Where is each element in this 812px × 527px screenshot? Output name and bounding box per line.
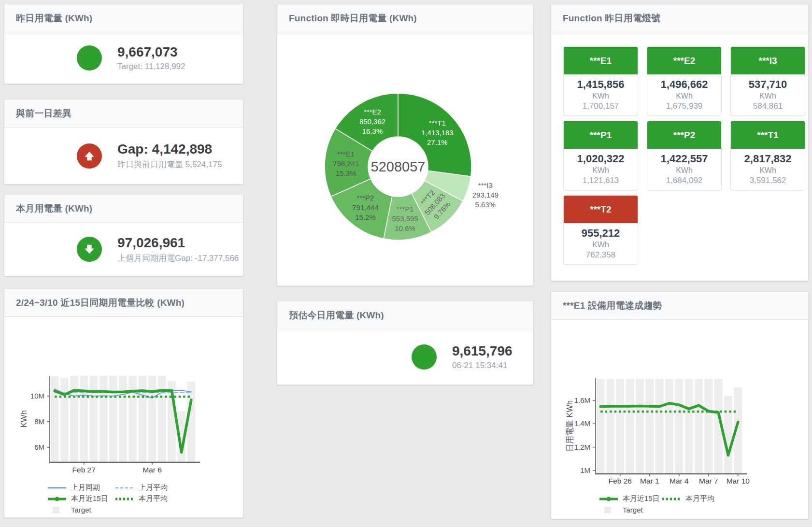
legend-item[interactable]: 本月平均 [114,494,182,503]
legend-marker-icon [661,495,682,502]
legend-label: 本月近15日 [623,494,660,503]
kpi-sub: Target: 11,128,992 [117,62,185,71]
svg-text:850,362: 850,362 [359,117,385,126]
card-month: 本月用電量 (KWh) 97,026,961 上個月同期用電Gap: -17,3… [4,194,243,276]
svg-text:***E1: ***E1 [337,150,355,158]
up-arrow-icon [77,143,102,169]
legend-marker-icon [47,495,67,502]
svg-text:***I3: ***I3 [478,181,493,189]
card-yesterday: 昨日用電量 (KWh) 9,667,073 Target: 11,128,992 [4,4,243,84]
trend-chart: 1M1.2M1.4M1.6M日用電量 KWhFeb 26Mar 1Mar 4Ma… [551,320,808,515]
card-title: 預估今日用電量 (KWh) [289,309,384,322]
svg-text:Mar 7: Mar 7 [699,477,718,485]
svg-text:1.6M: 1.6M [574,396,590,404]
kpi-value: 97,026,961 [117,235,239,251]
tile-unit: KWh [731,92,805,100]
card-title: Function 即時日用電量 (KWh) [289,12,417,25]
legend-item[interactable]: 上月同期 [47,483,114,492]
svg-text:1,413,183: 1,413,183 [421,128,454,137]
card-diff-header: 與前一日差異 [4,100,243,128]
legend-item[interactable]: Target [598,506,661,514]
compare-chart: 6M8M10MKWhFeb 27Mar 6上月同期上月平均本月近15日本月平均T… [4,317,243,515]
tile-unit: KWh [647,92,721,100]
tile-label: ***E1 [564,47,638,74]
legend-item[interactable]: Target [47,506,114,514]
tile-target: 1,121,613 [564,176,638,185]
kpi-sub: 06-21 15:34:41 [452,361,513,370]
svg-text:Feb 26: Feb 26 [609,477,632,485]
svg-text:Feb 27: Feb 27 [72,466,96,474]
light-tile: ***E11,415,856KWh1,700,157 [563,46,638,116]
svg-text:***P2: ***P2 [357,194,374,202]
card-trend: ***E1 設備用電達成趨勢 1M1.2M1.4M1.6M日用電量 KWhFeb… [551,291,809,519]
card-donut: Function 即時日用電量 (KWh) ***T11,413,18327.1… [277,4,534,286]
svg-text:10.6%: 10.6% [395,224,415,232]
donut-chart: ***T11,413,18327.1%***I3293,1495.63%***T… [277,32,533,287]
svg-text:1.2M: 1.2M [574,443,590,451]
down-arrow-icon [77,237,102,262]
tile-unit: KWh [731,166,805,175]
legend-marker-icon [114,495,135,502]
svg-text:798,241: 798,241 [333,159,359,168]
light-tile: ***T2955,212KWh762,358 [563,195,638,265]
light-tile: ***T12,817,832KWh3,591,562 [730,121,805,190]
legend-item[interactable]: 本月平均 [661,494,724,503]
svg-text:27.1%: 27.1% [427,138,448,146]
donut-plot: ***T11,413,18327.1%***I3293,1495.63%***T… [277,32,533,285]
card-yesterday-header: 昨日用電量 (KWh) [4,4,243,32]
legend-item[interactable]: 本月近15日 [598,494,661,503]
tile-unit: KWh [564,166,638,175]
status-circle-icon [77,45,102,71]
svg-text:***E2: ***E2 [364,108,381,116]
tile-target: 3,591,562 [731,176,805,185]
tile-label: ***P1 [564,121,638,149]
card-trend-header: ***E1 設備用電達成趨勢 [551,292,808,320]
card-lights: Function 昨日用電燈號 ***E11,415,856KWh1,700,1… [551,4,809,281]
legend-label: 本月平均 [139,494,168,503]
legend-marker-icon [598,495,619,502]
svg-text:Mar 4: Mar 4 [670,477,689,485]
svg-text:Mar 10: Mar 10 [727,477,750,485]
card-title: 本月用電量 (KWh) [16,202,92,215]
card-compare: 2/24~3/10 近15日同期用電量比較 (KWh) 6M8M10MKWhFe… [4,288,243,518]
card-title: Function 昨日用電燈號 [563,12,660,25]
tile-target: 762,358 [564,250,638,260]
legend-label: Target [623,506,643,514]
svg-text:10M: 10M [30,392,44,400]
tile-value: 1,020,322 [564,153,638,165]
svg-text:16.3%: 16.3% [362,127,383,135]
tile-unit: KWh [647,166,721,175]
svg-text:***T1: ***T1 [429,119,446,127]
lights-grid: ***E11,415,856KWh1,700,157***E21,496,662… [551,32,808,265]
svg-text:***P1: ***P1 [397,205,414,213]
svg-text:293,149: 293,149 [472,191,499,199]
light-tile: ***I3537,710KWh584,861 [730,46,805,116]
card-diff: 與前一日差異 Gap: 4,142,898 昨日與前日用電量 5,524,175 [4,99,243,185]
status-circle-icon [412,344,437,370]
legend-label: 上月同期 [71,483,100,492]
card-compare-header: 2/24~3/10 近15日同期用電量比較 (KWh) [4,289,243,317]
legend-label: 本月近15日 [71,494,108,503]
card-donut-header: Function 即時日用電量 (KWh) [277,4,533,32]
legend-item[interactable]: 上月平均 [114,483,182,492]
tile-label: ***T1 [731,121,805,149]
tile-value: 1,422,557 [647,153,721,165]
dashboard: { "colors": { "green": "#2da02d", "red":… [0,0,812,527]
legend-item[interactable]: 本月近15日 [47,494,114,503]
svg-text:5.63%: 5.63% [475,200,496,209]
svg-text:6M: 6M [34,443,44,451]
svg-text:8M: 8M [34,417,44,426]
kpi-value: 9,615,796 [452,343,513,359]
card-title: 與前一日差異 [16,107,71,120]
tile-label: ***T2 [564,196,638,223]
legend-marker-icon [598,506,619,513]
compare15-plot: 6M8M10MKWhFeb 27Mar 6 [4,317,243,476]
legend-marker-icon [114,484,135,491]
card-estimate: 預估今日用電量 (KWh) 9,615,796 06-21 15:34:41 [277,301,534,385]
tile-value: 1,415,856 [564,78,638,91]
tile-target: 1,684,092 [647,176,721,185]
card-month-header: 本月用電量 (KWh) [4,195,243,223]
kpi-sub: 昨日與前日用電量 5,524,175 [117,159,222,170]
card-lights-header: Function 昨日用電燈號 [551,4,808,32]
kpi-sub: 上個月同期用電Gap: -17,377,566 [117,253,239,264]
